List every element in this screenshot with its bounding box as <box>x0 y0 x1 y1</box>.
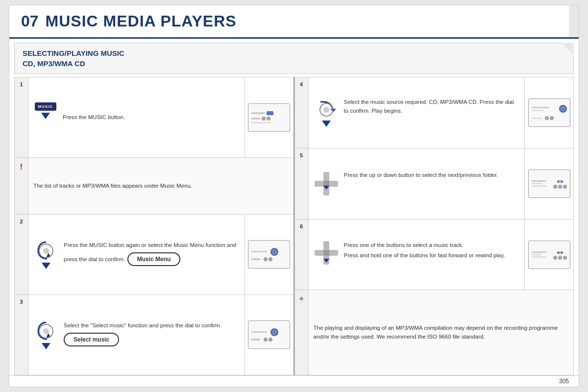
warning-icon: ! <box>15 158 28 214</box>
step-3-num: 3 <box>15 295 28 375</box>
svg-point-5 <box>43 328 49 334</box>
svg-rect-15 <box>323 250 329 256</box>
step-2-row: 2 Press the MU <box>15 215 294 295</box>
step-2-num: 2 <box>15 215 28 294</box>
step-3-content: Select the "Select music" function and p… <box>28 295 245 375</box>
main-content: 1 MUSIC Press the MUSIC button. <box>14 77 574 375</box>
step-2-arrow <box>42 263 50 269</box>
step-1-row: 1 MUSIC Press the MUSIC button. <box>15 77 294 158</box>
chapter-number: 07 <box>21 12 39 30</box>
step-2-image <box>245 215 294 294</box>
step-1-icon: MUSIC <box>33 102 58 133</box>
nav-cross-icon <box>314 171 339 196</box>
svg-point-8 <box>323 107 329 113</box>
step-3-text: Select the "Select music" function and p… <box>64 322 221 328</box>
section-title: SELECTING/PLAYING MUSIC CD, MP3/WMA CD <box>23 48 565 69</box>
page-number: 305 <box>559 378 569 385</box>
cd-unit-1 <box>248 103 290 132</box>
step-4-arrow <box>322 121 331 127</box>
step-6-text-2: Press and hold one of the buttons for fa… <box>344 251 520 260</box>
svg-point-2 <box>43 248 49 254</box>
nav-cross-2-icon <box>314 240 339 270</box>
step-4-row: 4 Select the <box>295 77 574 148</box>
step-4-text: Select the music source required: CD, MP… <box>344 98 520 115</box>
step-5-num: 5 <box>295 148 309 219</box>
step-6-icon <box>314 240 339 270</box>
step-5-content: Press the up or down button to select th… <box>309 148 525 219</box>
step-4-content: Select the music source required: CD, MP… <box>309 77 525 148</box>
left-column: 1 MUSIC Press the MUSIC button. <box>14 77 294 375</box>
right-column: 4 Select the <box>294 77 574 375</box>
step-3-icon <box>33 320 59 349</box>
dial-arrow-icon <box>316 98 337 118</box>
step-1-text: Press the MUSIC button. <box>63 113 125 122</box>
music-menu-button: Music Menu <box>127 252 181 266</box>
step-3-row: 3 Select the " <box>15 295 294 375</box>
cd-unit-3 <box>248 320 290 349</box>
warning-text: The list of tracks or MP3/WMA files appe… <box>33 182 289 190</box>
step-6-text-1: Press one of the buttons to select a mus… <box>344 242 464 248</box>
cd-unit-2 <box>248 240 290 269</box>
section-header: SELECTING/PLAYING MUSIC CD, MP3/WMA CD <box>14 43 574 74</box>
tip-row: ✦ The playing and displaying of an MP3/W… <box>295 290 574 375</box>
step-6-image: ◀ ▶ <box>524 220 573 290</box>
tip-content: The playing and displaying of an MP3/WMA… <box>309 290 574 375</box>
step-2-icon <box>33 240 59 269</box>
cd-unit-4 <box>528 98 570 127</box>
music-button-icon: MUSIC <box>35 102 57 111</box>
warning-content: The list of tracks or MP3/WMA files appe… <box>28 158 294 214</box>
step-5-image: ◀ ▶ <box>524 148 573 219</box>
cd-unit-6: ◀ ▶ <box>528 241 570 269</box>
step-3-arrow <box>42 343 50 349</box>
step-4-icon <box>314 98 339 127</box>
step-4-num: 4 <box>295 77 309 148</box>
step-4-image <box>524 77 573 148</box>
select-music-button: Select music <box>64 333 119 346</box>
step-6-row: 6 <box>295 220 574 291</box>
step-5-text: Press the up or down button to select th… <box>344 171 498 179</box>
arrow-down-icon <box>41 113 50 119</box>
step-2-content: Press the MUSIC button again or select t… <box>28 215 245 294</box>
page-footer: 305 <box>9 375 579 387</box>
curved-arrow-icon <box>35 240 57 260</box>
step-1-num: 1 <box>15 77 28 157</box>
step-5-icon <box>314 171 339 196</box>
warning-row: ! The list of tracks or MP3/WMA files ap… <box>15 158 294 214</box>
step-6-num: 6 <box>295 220 309 290</box>
svg-marker-6 <box>330 109 336 112</box>
step-5-row: 5 <box>295 148 574 220</box>
curved-arrow-2-icon <box>35 320 57 340</box>
chapter-title: MUSIC MEDIA PLAYERS <box>46 12 237 30</box>
page-header: 07 MUSIC MEDIA PLAYERS <box>9 5 579 39</box>
step-1-image <box>245 77 294 157</box>
cd-unit-5: ◀ ▶ <box>528 170 570 198</box>
step-6-content: Press one of the buttons to select a mus… <box>309 220 525 290</box>
tip-text: The playing and displaying of an MP3/WMA… <box>314 324 569 341</box>
tip-icon: ✦ <box>295 290 309 375</box>
step-3-image <box>245 295 294 375</box>
step-1-content: MUSIC Press the MUSIC button. <box>28 77 245 157</box>
